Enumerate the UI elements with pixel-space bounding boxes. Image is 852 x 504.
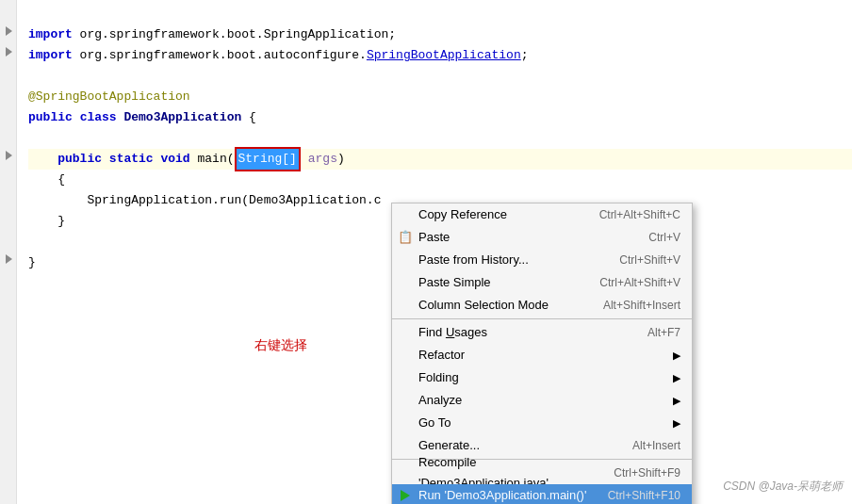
keyword: import: [28, 24, 73, 45]
menu-item-analyze[interactable]: Analyze ▶: [392, 389, 692, 412]
menu-item-label: Run 'Demo3Application.main()': [418, 485, 586, 504]
code-line: @SpringBootApplication: [28, 87, 852, 107]
code-line: import org.springframework.boot.autoconf…: [28, 45, 852, 66]
code-line-highlighted: public static void main( String[] args ): [28, 149, 852, 170]
menu-separator: [392, 318, 692, 319]
submenu-arrow: ▶: [673, 390, 680, 411]
line-gutter: [0, 0, 17, 504]
code-line: [28, 66, 852, 87]
code-line: [28, 4, 852, 24]
submenu-arrow: ▶: [673, 367, 680, 388]
gutter-arrow-2: [2, 41, 15, 62]
menu-item-paste-history[interactable]: Paste from History... Ctrl+Shift+V: [392, 249, 692, 271]
menu-item-shortcut: Ctrl+Shift+F9: [614, 463, 680, 483]
code-line: public class Demo3Application {: [28, 107, 852, 128]
menu-item-refactor[interactable]: Refactor ▶: [392, 344, 692, 366]
menu-item-label: Copy Reference: [418, 204, 507, 225]
menu-item-goto[interactable]: Go To ▶: [392, 412, 692, 434]
gutter-arrow-1: [2, 21, 15, 41]
menu-item-label: Paste: [418, 227, 450, 248]
menu-item-label: Find Usages: [418, 322, 487, 343]
submenu-arrow: ▶: [673, 413, 680, 433]
menu-item-shortcut: Ctrl+Alt+Shift+C: [599, 204, 680, 225]
menu-item-paste-simple[interactable]: Paste Simple Ctrl+Alt+Shift+V: [392, 271, 692, 294]
right-click-label: 右键选择: [254, 334, 307, 355]
menu-item-label: Analyze: [418, 390, 462, 411]
menu-item-label: Folding: [418, 367, 459, 388]
menu-item-shortcut: Alt+Shift+Insert: [603, 295, 680, 316]
menu-item-shortcut: Alt+F7: [647, 322, 680, 343]
menu-item-recompile[interactable]: Recompile 'Demo3Application.java' Ctrl+S…: [392, 462, 692, 484]
menu-item-folding[interactable]: Folding ▶: [392, 366, 692, 389]
menu-item-shortcut: Ctrl+Shift+V: [619, 250, 680, 270]
menu-item-shortcut: Alt+Insert: [632, 435, 680, 456]
code-editor: import org.springframework.boot.SpringAp…: [0, 0, 852, 504]
menu-item-copy-reference[interactable]: Copy Reference Ctrl+Alt+Shift+C: [392, 203, 692, 226]
keyword: import: [28, 45, 73, 66]
gutter-arrow-3: [2, 145, 15, 166]
submenu-arrow: ▶: [673, 345, 680, 366]
run-icon: [398, 488, 413, 503]
gutter-arrow-4: [2, 249, 15, 269]
paste-icon: 📋: [398, 230, 413, 245]
menu-item-shortcut: Ctrl+Shift+F10: [608, 485, 680, 504]
context-menu[interactable]: Copy Reference Ctrl+Alt+Shift+C 📋 Paste …: [391, 203, 693, 504]
watermark: CSDN @Java-呆萌老师: [723, 476, 843, 496]
code-line: [28, 128, 852, 149]
menu-item-column-selection[interactable]: Column Selection Mode Alt+Shift+Insert: [392, 294, 692, 317]
menu-item-shortcut: Ctrl+Alt+Shift+V: [599, 272, 680, 293]
menu-item-find-usages[interactable]: Find Usages Alt+F7: [392, 321, 692, 344]
code-line: import org.springframework.boot.SpringAp…: [28, 24, 852, 45]
code-line: {: [28, 170, 852, 190]
menu-item-label: Column Selection Mode: [418, 295, 549, 316]
menu-item-label: Paste Simple: [418, 272, 491, 293]
menu-item-run[interactable]: Run 'Demo3Application.main()' Ctrl+Shift…: [392, 484, 692, 504]
menu-item-label: Go To: [418, 413, 451, 433]
menu-item-paste[interactable]: 📋 Paste Ctrl+V: [392, 226, 692, 249]
menu-item-shortcut: Ctrl+V: [648, 227, 680, 248]
menu-item-label: Paste from History...: [418, 250, 529, 270]
menu-item-label: Refactor: [418, 345, 465, 366]
